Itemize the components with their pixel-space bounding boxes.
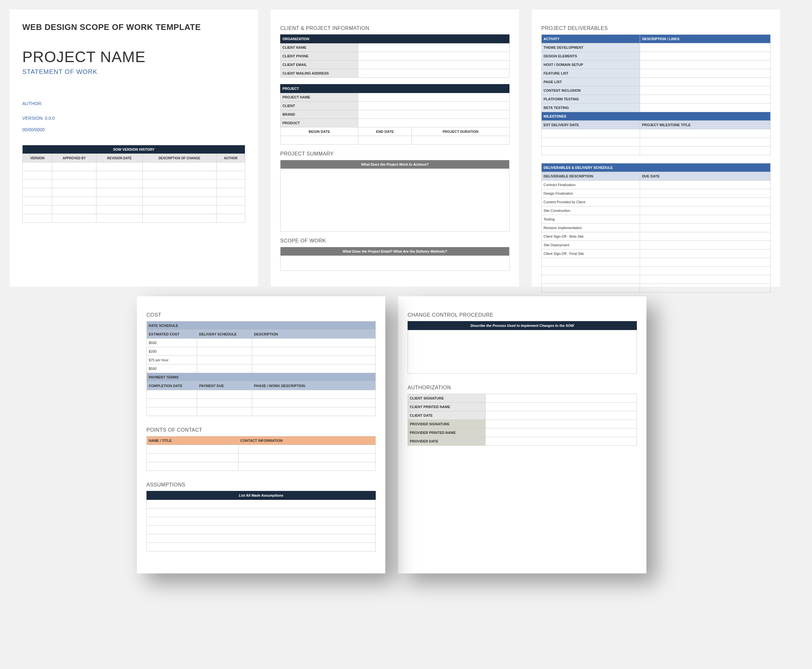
deliverable: Testing: [542, 215, 640, 224]
deliverable: Client Sign-Off - Final Site: [542, 249, 640, 258]
summary-section: PROJECT SUMMARY: [280, 151, 510, 157]
summary-question: What Does the Project Work to Achieve?: [280, 160, 510, 169]
auth-section: AUTHORIZATION: [408, 385, 637, 390]
contacts-section: POINTS OF CONTACT: [146, 427, 376, 433]
milestones-header: MILESTONES: [542, 112, 771, 121]
history-col-approved: APPROVED BY: [52, 154, 96, 163]
project-table: PROJECT PROJECT NAME CLIENT BRAND PRODUC…: [280, 84, 510, 145]
auth-row: CLIENT DATE: [408, 411, 486, 420]
milestone-col: EST DELIVERY DATE: [542, 121, 640, 129]
org-row: CLIENT EMAIL: [280, 61, 358, 69]
deliverable: Design Finalization: [542, 189, 640, 198]
rate-value: $200: [147, 347, 197, 356]
change-section: CHANGE CONTROL PROCEDURE: [408, 312, 637, 318]
proj-row: BRAND: [280, 110, 358, 119]
contacts-table: NAME / TITLE CONTACT INFORMATION: [146, 436, 376, 471]
pay-col: COMPLETION DATE: [147, 382, 197, 390]
pay-col: PHASE / WORK DESCRIPTION: [252, 382, 376, 390]
page-cover: WEB DESIGN SCOPE OF WORK TEMPLATE PROJEC…: [10, 10, 258, 287]
deliverable: Site Construction: [542, 207, 640, 215]
deliverable: Site Deployment: [542, 241, 640, 249]
activity: HOST / DOMAIN SETUP: [542, 61, 640, 69]
auth-row: PROVIDER PRINTED NAME: [408, 429, 486, 437]
rate-value: $75 per hour: [147, 356, 197, 365]
scope-section: SCOPE OF WORK: [280, 238, 510, 244]
cover-meta: AUTHOR: VERSION: 0.0.0 00/00/0000: [22, 101, 245, 132]
sched-col: DUE DATE: [640, 172, 771, 181]
activity: CONTENT INCLUSION: [542, 86, 640, 95]
history-col-desc: DESCRIPTION OF CHANGE: [143, 154, 216, 163]
date-col: END DATE: [358, 128, 412, 136]
auth-row: PROVIDER DATE: [408, 437, 486, 446]
scope-question: What Does the Project Entail? What Are t…: [280, 247, 510, 256]
page-cost: COST RATE SCHEDULE ESTIMATED COST DELIVE…: [137, 296, 385, 573]
deliverable: Contract Finalization: [542, 181, 640, 189]
proj-row: PROJECT NAME: [280, 93, 358, 102]
activity: PLATFORM TESTING: [542, 95, 640, 104]
auth-row: CLIENT PRINTED NAME: [408, 403, 486, 411]
deliv-section: PROJECT DELIVERABLES: [541, 25, 771, 31]
author-label: AUTHOR:: [22, 101, 245, 106]
proj-row: CLIENT: [280, 102, 358, 110]
pay-col: PAYMENT DUE: [197, 382, 252, 390]
summary-table: What Does the Project Work to Achieve?: [280, 160, 510, 232]
auth-table: CLIENT SIGNATURE CLIENT PRINTED NAME CLI…: [408, 394, 637, 446]
page-info: CLIENT & PROJECT INFORMATION ORGANIZATIO…: [271, 10, 519, 287]
desc-col: DESCRIPTION / LINKS: [640, 35, 771, 43]
history-table: SOW VERSION HISTORY VERSION APPROVED BY …: [22, 145, 245, 223]
history-col-author: AUTHOR: [216, 154, 245, 163]
rate-table: RATE SCHEDULE ESTIMATED COST DELIVERY SC…: [146, 321, 376, 416]
date-col: PROJECT DURATION: [412, 128, 510, 136]
rate-col: DESCRIPTION: [252, 330, 376, 339]
rate-col: DELIVERY SCHEDULE: [197, 330, 252, 339]
org-row: CLIENT MAILING ADDRESS: [280, 69, 358, 78]
assumptions-question: List All Made Assumptions: [147, 491, 376, 500]
history-col-version: VERSION: [23, 154, 52, 163]
template-title: WEB DESIGN SCOPE OF WORK TEMPLATE: [22, 22, 245, 32]
history-col-revdate: REVISION DATE: [96, 154, 143, 163]
assumptions-section: ASSUMPTIONS: [146, 482, 376, 488]
cover-date: 00/00/0000: [22, 127, 245, 132]
activity: BETA TESTING: [542, 104, 640, 112]
schedule-header: DELIVERABLES & DELIVERY SCHEDULE: [542, 163, 771, 172]
activity: FEATURE LIST: [542, 69, 640, 78]
change-question: Describe the Process Used to Implement C…: [408, 321, 637, 330]
project-header: PROJECT: [280, 84, 510, 93]
version-label: VERSION: 0.0.0: [22, 116, 245, 121]
org-row: CLIENT NAME: [280, 43, 358, 52]
activity: DESIGN ELEMENTS: [542, 52, 640, 61]
page-authorization: CHANGE CONTROL PROCEDURE Describe the Pr…: [398, 296, 646, 573]
contact-col: CONTACT INFORMATION: [238, 437, 376, 445]
org-row: CLIENT PHONE: [280, 52, 358, 61]
milestone-col: PROJECT MILESTONE TITLE: [640, 121, 771, 129]
rate-value: $500: [147, 339, 197, 347]
org-header: ORGANIZATION: [280, 35, 510, 43]
date-col: BEGIN DATE: [280, 128, 358, 136]
scope-table: What Does the Project Entail? What Are t…: [280, 247, 510, 271]
activities-table: ACTIVITY DESCRIPTION / LINKS THEME DEVEL…: [541, 34, 771, 155]
activity: PAGE LIST: [542, 78, 640, 86]
org-table: ORGANIZATION CLIENT NAME CLIENT PHONE CL…: [280, 34, 510, 78]
change-table: Describe the Process Used to Implement C…: [408, 321, 637, 374]
rate-col: ESTIMATED COST: [147, 330, 197, 339]
cost-section: COST: [146, 312, 376, 318]
proj-row: PRODUCT: [280, 119, 358, 128]
schedule-table: DELIVERABLES & DELIVERY SCHEDULE DELIVER…: [541, 163, 771, 292]
contact-col: NAME / TITLE: [147, 437, 238, 445]
project-name: PROJECT NAME: [22, 48, 245, 66]
history-title: SOW VERSION HISTORY: [23, 145, 245, 154]
deliverable: Content Provided by Client: [542, 198, 640, 207]
rate-header: RATE SCHEDULE: [147, 321, 376, 330]
payment-header: PAYMENT TERMS: [147, 373, 376, 382]
deliverable: Client Sign-Off - Beta Site: [542, 232, 640, 241]
assumptions-table: List All Made Assumptions: [146, 491, 376, 551]
rate-value: $500: [147, 365, 197, 373]
activity-col: ACTIVITY: [542, 35, 640, 43]
deliverable: Revision Implementation: [542, 224, 640, 232]
auth-row: PROVIDER SIGNATURE: [408, 420, 486, 429]
page-deliverables: PROJECT DELIVERABLES ACTIVITY DESCRIPTIO…: [532, 10, 780, 287]
sched-col: DELIVERABLE DESCRIPTION: [542, 172, 640, 181]
info-section: CLIENT & PROJECT INFORMATION: [280, 25, 510, 31]
subtitle: STATEMENT OF WORK: [22, 68, 245, 76]
auth-row: CLIENT SIGNATURE: [408, 394, 486, 403]
